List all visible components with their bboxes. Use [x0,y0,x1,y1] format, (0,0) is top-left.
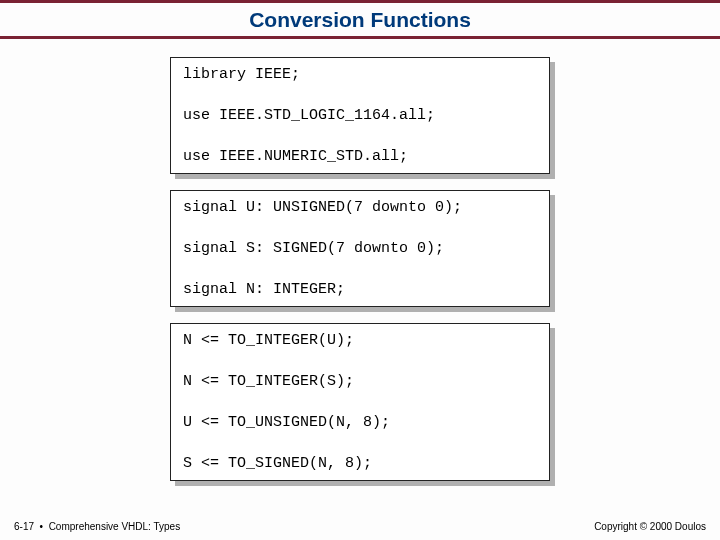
code-box-2: signal U: UNSIGNED(7 downto 0); signal S… [170,190,550,307]
code-line: U <= TO_UNSIGNED(N, 8); [171,406,549,439]
footer-bar: 6-17 • Comprehensive VHDL: Types Copyrig… [0,515,720,540]
code-box-1: library IEEE; use IEEE.STD_LOGIC_1164.al… [170,57,550,174]
footer-left-text: 6-17 • Comprehensive VHDL: Types [14,521,180,532]
header-inner: Conversion Functions [0,6,720,36]
code-line: signal N: INTEGER; [171,273,549,306]
code-line: S <= TO_SIGNED(N, 8); [171,447,549,480]
code-line: signal U: UNSIGNED(7 downto 0); [171,191,549,224]
code-line: signal S: SIGNED(7 downto 0); [171,232,549,265]
page-title: Conversion Functions [249,8,471,31]
code-box-3: N <= TO_INTEGER(U); N <= TO_INTEGER(S); … [170,323,550,481]
footer-right-text: Copyright © 2000 Doulos [594,521,706,532]
code-box-2-inner: signal U: UNSIGNED(7 downto 0); signal S… [170,190,550,307]
code-line: N <= TO_INTEGER(U); [171,324,549,357]
code-line: library IEEE; [171,58,549,91]
slide-page: Conversion Functions library IEEE; use I… [0,0,720,540]
code-line: use IEEE.NUMERIC_STD.all; [171,140,549,173]
code-line: use IEEE.STD_LOGIC_1164.all; [171,99,549,132]
code-box-3-inner: N <= TO_INTEGER(U); N <= TO_INTEGER(S); … [170,323,550,481]
header-bar: Conversion Functions [0,0,720,39]
content-area: library IEEE; use IEEE.STD_LOGIC_1164.al… [0,39,720,515]
code-box-1-inner: library IEEE; use IEEE.STD_LOGIC_1164.al… [170,57,550,174]
code-line: N <= TO_INTEGER(S); [171,365,549,398]
